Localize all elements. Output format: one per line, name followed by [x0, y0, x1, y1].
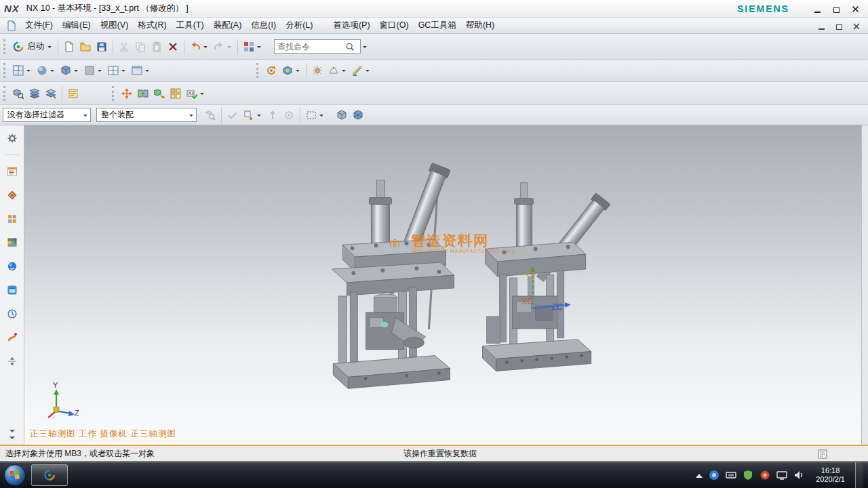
doc-minimize-button[interactable]: [816, 22, 826, 30]
left-fixture-model[interactable]: [332, 163, 454, 389]
wave-geometry-button[interactable]: [151, 85, 167, 102]
find-component-button[interactable]: [10, 85, 26, 102]
wave-geometry-icon: [153, 87, 165, 100]
menu-help[interactable]: 帮助(H): [461, 18, 499, 33]
process-studio-icon[interactable]: [5, 330, 20, 345]
menu-tools[interactable]: 工具(T): [172, 18, 209, 33]
window-frame-strip: [861, 125, 868, 445]
roles-gear-icon[interactable]: [5, 131, 20, 146]
status-prompt: 选择对象并使用 MB3，或者双击某一对象: [0, 448, 155, 460]
save-floppy-icon: [96, 41, 108, 53]
right-fixture-model[interactable]: [483, 183, 610, 371]
taskbar-nx-button[interactable]: [31, 464, 68, 486]
selection-filter-combo[interactable]: 没有选择过滤器: [3, 108, 91, 122]
constraint-navigator-icon[interactable]: [5, 188, 20, 203]
toolbar-drag-handle[interactable]: [3, 86, 7, 101]
open-file-button[interactable]: [77, 37, 94, 56]
shaded-cube-button[interactable]: [334, 107, 350, 123]
command-search-input[interactable]: [277, 42, 345, 52]
verify-check-button[interactable]: [184, 85, 208, 102]
visualization-button[interactable]: [279, 62, 303, 79]
watermark-title: 智造资料网: [411, 232, 515, 249]
part-navigator-icon[interactable]: [5, 211, 20, 226]
undo-button[interactable]: [187, 37, 211, 56]
work-layer-button[interactable]: [43, 85, 59, 102]
security-tray-icon[interactable]: [743, 470, 753, 481]
taskbar-clock[interactable]: 16:18 2020/2/1: [816, 466, 845, 484]
component-layers-button[interactable]: [26, 85, 43, 102]
help-tray-icon[interactable]: [709, 470, 719, 481]
doc-restore-button[interactable]: [834, 22, 844, 30]
toolbar-drag-handle[interactable]: [3, 63, 7, 78]
wireframe-cube-button[interactable]: [350, 107, 366, 123]
start-button[interactable]: [4, 464, 26, 486]
menu-format[interactable]: 格式(R): [133, 18, 171, 33]
visualization-chevron-icon: [296, 70, 300, 74]
snap-point-options-button[interactable]: [326, 62, 349, 79]
menu-assemblies[interactable]: 装配(A): [209, 18, 247, 33]
watermark-logo-icon: [382, 232, 407, 254]
window-layout-button[interactable]: [241, 37, 264, 56]
orient-view-button[interactable]: [10, 62, 34, 79]
display-tray-icon[interactable]: [776, 470, 787, 481]
menu-view[interactable]: 视图(V): [96, 18, 134, 33]
snap-point-button[interactable]: [309, 62, 326, 79]
note-button[interactable]: [65, 85, 81, 102]
reuse-library-icon[interactable]: [5, 235, 20, 250]
open-folder-icon: [79, 41, 92, 53]
move-component-button[interactable]: [119, 85, 135, 102]
splitter-handle-icon[interactable]: [5, 354, 20, 369]
delete-button[interactable]: [165, 37, 181, 56]
redo-chevron-icon: [227, 46, 231, 50]
undo-chevron-icon: [203, 46, 208, 50]
toolbar-drag-handle[interactable]: [3, 39, 7, 54]
scope-chevron-icon: [189, 115, 193, 119]
render-style-button[interactable]: [34, 62, 58, 79]
web-browser-icon[interactable]: [5, 283, 20, 298]
selection-scope-value: 整个装配: [101, 109, 134, 121]
assembly-navigator-icon[interactable]: [5, 164, 20, 179]
view-window-button[interactable]: [129, 62, 153, 79]
toolbar-drag-handle[interactable]: [112, 86, 115, 101]
graphics-viewport[interactable]: YC XC ZC Y Z: [24, 125, 861, 445]
select-append-button[interactable]: [241, 107, 264, 123]
measure-button[interactable]: [349, 62, 373, 79]
menu-preferences[interactable]: 首选项(P): [328, 18, 374, 33]
keyboard-layout-icon[interactable]: [726, 470, 736, 481]
doc-close-button[interactable]: [852, 22, 861, 30]
hd3d-tools-icon[interactable]: [5, 259, 20, 274]
show-desktop-button[interactable]: [855, 462, 863, 488]
nx-logo: NX: [4, 3, 20, 14]
rotate-view-button[interactable]: [263, 62, 279, 79]
start-menu-button[interactable]: 启动: [10, 37, 55, 56]
volume-icon[interactable]: [793, 470, 804, 481]
background-button[interactable]: [81, 62, 105, 79]
resource-bar-collapse-button[interactable]: [9, 430, 15, 442]
menu-file[interactable]: 文件(F): [20, 18, 58, 33]
menu-gc-toolbox[interactable]: GC工具箱: [414, 18, 461, 33]
menu-information[interactable]: 信息(I): [246, 18, 281, 33]
up-arrow-icon: [267, 109, 279, 121]
messenger-tray-icon[interactable]: [760, 470, 770, 481]
pattern-component-button[interactable]: [167, 85, 184, 102]
maximize-button[interactable]: [831, 5, 841, 13]
cut-button: [116, 37, 132, 56]
save-button[interactable]: [94, 37, 110, 56]
close-button[interactable]: [850, 5, 860, 13]
selection-scope-combo[interactable]: 整个装配: [96, 108, 197, 122]
command-finder[interactable]: [274, 39, 361, 54]
assembly-constraints-button[interactable]: [135, 85, 151, 102]
rectangle-select-button[interactable]: [303, 107, 327, 123]
menu-analysis[interactable]: 分析(L): [281, 18, 317, 33]
toolbar-drag-handle[interactable]: [256, 63, 260, 78]
status-dialog-icon[interactable]: [816, 448, 829, 460]
view-layout-button[interactable]: [105, 62, 129, 79]
search-chevron-icon[interactable]: [363, 46, 367, 50]
show-hide-button[interactable]: [58, 62, 81, 79]
minimize-button[interactable]: [812, 5, 822, 13]
hidden-icons-button[interactable]: [696, 470, 703, 478]
new-file-button[interactable]: [61, 37, 77, 56]
menu-edit[interactable]: 编辑(E): [58, 18, 96, 33]
history-icon[interactable]: [5, 306, 20, 321]
menu-window[interactable]: 窗口(O): [375, 18, 414, 33]
